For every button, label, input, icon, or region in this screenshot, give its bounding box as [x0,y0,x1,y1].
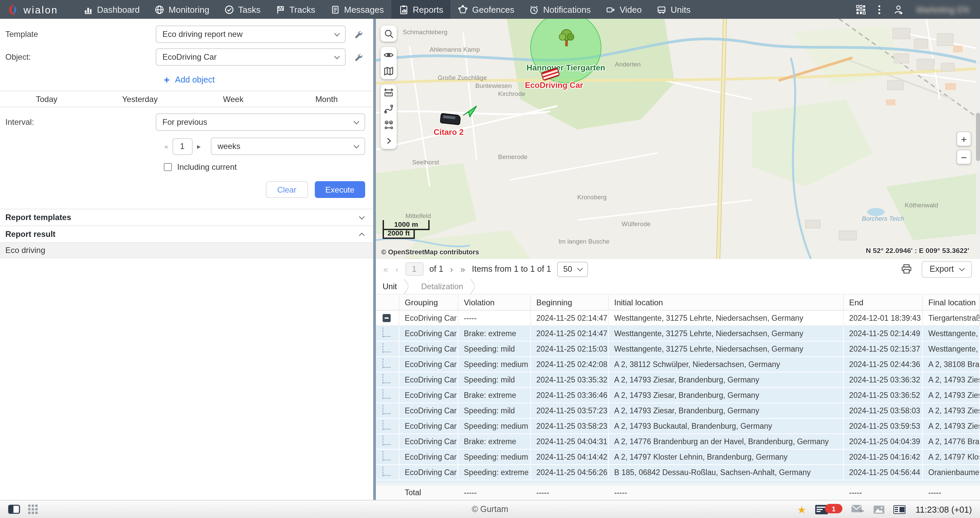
bottom-apps-button[interactable] [28,505,38,514]
report-result-label: Report result [5,229,56,239]
nav-item-messages[interactable]: Messages [323,0,391,19]
nav-item-dashboard[interactable]: Dashboard [75,0,147,19]
zoom-out-button[interactable]: − [956,149,971,164]
zoom-in-button[interactable]: + [956,132,971,146]
nav-right-controls: Marketing EN [856,4,980,15]
add-object-label: Add object [175,75,215,84]
nav-item-reports[interactable]: Reports [391,0,451,19]
nav-item-tasks[interactable]: Tasks [217,0,268,19]
tab-detalization[interactable]: Detalization [415,282,466,291]
dashboard-icon [83,4,93,14]
layout-button[interactable] [893,505,905,514]
map-layers-button[interactable] [380,63,397,79]
range-week-button[interactable]: Week [186,91,280,107]
template-label: Template [5,30,156,39]
toolbar-expand-button[interactable] [380,133,397,149]
map-visibility-button[interactable] [380,47,397,63]
execute-button[interactable]: Execute [315,181,365,198]
map-place-label: Buntewiesen [475,82,512,89]
nav-item-video[interactable]: Video [598,0,649,19]
collapse-row-icon[interactable] [383,314,391,322]
range-yesterday-button[interactable]: Yesterday [93,91,186,107]
scale-imperial: 2000 ft [383,229,415,239]
username-text: Marketing EN [916,4,970,14]
table-row[interactable]: EcoDriving Car Speeding: mild 2024-11-25… [376,342,980,357]
map-search-button[interactable] [380,25,397,41]
chevron-up-icon [359,232,365,238]
report-result-section-header[interactable]: Report result [0,226,373,242]
page-count-label: of 1 [429,264,443,274]
wialon-logo[interactable]: wialon [0,3,75,16]
routing-button[interactable] [380,101,397,117]
interval-label: Interval: [5,118,156,127]
clear-button[interactable]: Clear [266,181,308,198]
interval-select[interactable]: For previous [156,113,365,131]
range-today-button[interactable]: Today [0,91,93,107]
measure-distance-button[interactable] [380,84,397,101]
branch-icon [383,451,392,461]
table-row[interactable]: EcoDriving Car Speeding: mild 2024-11-25… [376,403,980,419]
cell-grouping: EcoDriving Car [399,465,458,480]
cell-beginning: 2024-11-25 04:56:26 [531,465,609,480]
user-account-button[interactable] [893,4,905,15]
cell-grouping: EcoDriving Car [399,450,458,464]
template-select[interactable]: Eco driving report new [156,25,346,43]
table-row[interactable]: EcoDriving Car Speeding: medium 2024-11-… [376,419,980,434]
page-number-input[interactable]: 1 [405,262,423,276]
next-page-button[interactable]: › [449,264,454,274]
table-row[interactable]: EcoDriving Car ----- 2024-11-25 02:14:47… [376,311,980,326]
markers-button[interactable] [380,117,397,133]
map-scrollbar-thumb[interactable] [976,113,980,161]
add-object-button[interactable]: + Add object [164,74,373,85]
report-templates-section-header[interactable]: Report templates [0,209,373,226]
table-row[interactable]: EcoDriving Car Speeding: medium 2024-11-… [376,357,980,372]
interval-unit-select[interactable]: weeks [211,138,365,155]
nav-item-monitoring[interactable]: Monitoring [147,0,216,19]
apps-grid-button[interactable] [856,4,866,14]
interval-increment-button[interactable]: ▸ [197,142,201,151]
report-result-item[interactable]: Eco driving [0,242,373,258]
range-month-button[interactable]: Month [280,91,373,107]
template-value: Eco driving report new [162,30,243,39]
nav-label: Notifications [543,4,591,14]
last-page-button[interactable]: » [460,264,466,274]
cell-final-location: Westtangente, 3 [923,342,980,356]
interval-count-input[interactable]: 1 [172,138,192,155]
export-button[interactable]: Export [921,261,972,278]
nav-item-geofences[interactable]: Geofences [451,0,522,19]
map-view[interactable]: SchmachtebergAhlemanns KampGroße Zuschlä… [376,19,980,259]
table-row[interactable]: EcoDriving Car Speeding: medium 2024-11-… [376,450,980,465]
cell-beginning: 2024-11-25 03:36:46 [531,388,609,403]
nav-label: Reports [413,4,443,14]
toggle-panel-button[interactable] [8,505,20,514]
messages-inbox-button[interactable] [851,505,865,514]
citaro-bus-marker[interactable] [440,113,461,125]
print-button[interactable] [901,264,912,275]
app-root: wialon Dashboard Monitoring Tasks Tracks… [0,0,980,518]
printer-icon [901,264,912,275]
favorites-button[interactable]: ★ [797,504,806,514]
tab-unit[interactable]: Unit [376,282,400,291]
nav-item-tracks[interactable]: Tracks [268,0,323,19]
interval-decrement-button[interactable]: ◂ [164,142,167,151]
search-icon [383,29,394,38]
object-select[interactable]: EcoDriving Car [156,48,346,66]
including-current-checkbox[interactable] [164,163,172,171]
template-settings-button[interactable] [350,30,365,39]
nav-item-units[interactable]: Units [649,0,698,19]
map-place-label: Köthenwald [905,201,938,209]
nav-label: Units [671,4,690,14]
table-row[interactable]: EcoDriving Car Brake: extreme 2024-11-25… [376,326,980,342]
table-row[interactable]: EcoDriving Car Brake: extreme 2024-11-25… [376,388,980,403]
table-row[interactable]: EcoDriving Car Speeding: extreme 2024-11… [376,465,980,480]
prev-page-button[interactable]: ‹ [395,264,399,274]
table-row[interactable]: EcoDriving Car Speeding: mild 2024-11-25… [376,372,980,388]
page-size-select[interactable]: 50 [557,261,588,277]
first-page-button[interactable]: « [383,264,389,274]
table-row[interactable]: EcoDriving Car Brake: extreme 2024-11-25… [376,434,980,450]
notifications-log-button[interactable]: 1 [815,504,842,514]
nav-item-notifications[interactable]: Notifications [522,0,598,19]
object-settings-button[interactable] [350,52,365,62]
more-menu-button[interactable] [878,4,881,14]
media-button[interactable] [873,505,885,514]
